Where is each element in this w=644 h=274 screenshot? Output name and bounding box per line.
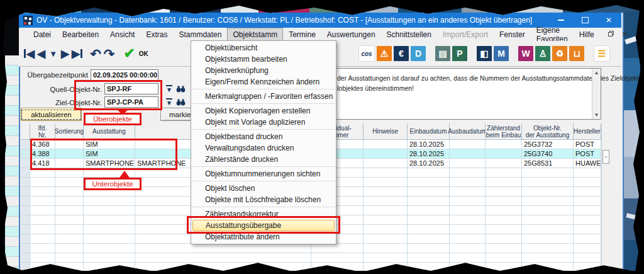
parking-transfer-icon[interactable]: P	[452, 46, 467, 61]
euro-cost-icon[interactable]: €	[394, 46, 409, 61]
table-cell	[55, 263, 84, 270]
mdi-restore-button[interactable]	[608, 30, 614, 39]
table-cell	[450, 234, 486, 244]
column-header-lfd[interactable]: lfd. Nr.	[30, 123, 55, 140]
table-cell	[55, 225, 84, 234]
table-cell	[55, 197, 84, 206]
minimize-button[interactable]	[557, 16, 565, 24]
menubar-item-objektstamm[interactable]: Objektstamm	[227, 28, 283, 41]
previous-record-button[interactable]: ◀	[37, 49, 45, 59]
popup-item-objektumnummerierungen-sichten[interactable]: Objektumnummerierungen sichten	[191, 168, 336, 180]
desktop-pattern-top	[5, 4, 639, 13]
warning-icon[interactable]: ⚠	[377, 46, 392, 61]
uebergabezeitpunkt-field[interactable]: 02.09.2025 00:00:00	[91, 69, 158, 81]
table-cell	[522, 197, 574, 206]
table-cell	[311, 253, 364, 263]
menubar-item-stammdaten[interactable]: Stammdaten	[173, 28, 227, 41]
table-cell	[21, 178, 30, 187]
menubar-item-eigene-favoriten[interactable]: Eigene Favoriten	[531, 28, 574, 41]
popup-item-objektverknüpfung[interactable]: Objektverknüpfung	[191, 65, 336, 76]
aktualisieren-button[interactable]: aktualisieren	[21, 108, 82, 121]
popup-item-objektübersicht[interactable]: Objektübersicht	[191, 42, 336, 54]
close-button[interactable]: ✕	[605, 16, 613, 24]
menubar-item-hilfe[interactable]: Hilfe	[574, 28, 600, 41]
table-row[interactable]	[21, 253, 601, 263]
table-cell	[408, 225, 450, 234]
cos-logo-icon[interactable]: cos	[358, 45, 375, 62]
maximize-button[interactable]	[581, 16, 589, 24]
menubar-item-fenster[interactable]: Fenster	[494, 28, 531, 41]
quell-dropdown-button[interactable]: ▼	[164, 84, 174, 94]
popup-item-zählerstände-drucken[interactable]: Zählerstände drucken	[191, 154, 336, 165]
popup-item-verwaltungsdaten-drucken[interactable]: Verwaltungsdaten drucken	[191, 142, 336, 154]
record-list-button[interactable]: ▼	[49, 50, 57, 58]
table-cell	[522, 168, 574, 178]
menubar-item-schnittstellen[interactable]: Schnittstellen	[381, 28, 437, 41]
menubar-item-extras[interactable]: Extras	[140, 28, 173, 41]
table-cell	[55, 253, 84, 263]
table-cell	[364, 263, 408, 270]
workshop-wrench-icon[interactable]: W	[518, 46, 533, 61]
ziel-search-binoculars-icon[interactable]	[175, 97, 186, 107]
table-cell	[84, 225, 135, 234]
popup-item-objekt-mit-vorlage-duplizieren[interactable]: Objekt mit Vorlage duplizieren	[191, 117, 336, 128]
column-header-hersteller[interactable]: Hersteller	[574, 123, 601, 140]
redo-icon[interactable]: ↷	[104, 47, 115, 60]
column-header-selector[interactable]	[21, 123, 30, 140]
table-cell: POST	[574, 140, 601, 149]
info-scrollbar[interactable]: ▲ ▼	[592, 69, 601, 119]
last-record-button[interactable]: ▶	[72, 49, 82, 59]
menubar-item-auswertungen[interactable]: Auswertungen	[321, 28, 381, 41]
menubar-item-termine[interactable]: Termine	[283, 28, 321, 41]
popup-item-objekt-kopiervorlagen-erstellen[interactable]: Objekt Kopiervorlagen erstellen	[191, 105, 336, 117]
menu-separator	[192, 129, 335, 130]
table-cell	[486, 225, 522, 234]
table-cell	[364, 234, 408, 244]
document-d-icon[interactable]: D	[411, 46, 426, 61]
menubar-item-bearbeiten[interactable]: Bearbeiten	[57, 28, 104, 41]
ziel-dropdown-button[interactable]: ▼	[164, 97, 174, 107]
popup-item-eigen-fremd-kennzeichen-ändern[interactable]: Eigen/Fremd Kennzeichen ändern	[191, 76, 336, 88]
popup-item-merkmalgruppen-favoriten-erfassen[interactable]: Merkmalgruppen / -Favoriten erfassen	[191, 91, 336, 102]
table-cell	[522, 215, 574, 225]
next-record-button[interactable]: ▶	[61, 49, 69, 59]
cart-icon[interactable]: ⊔	[569, 46, 584, 61]
table-row[interactable]	[21, 244, 601, 253]
menubar-item-datei[interactable]: Datei	[28, 28, 57, 41]
table-cell	[522, 234, 574, 244]
quell-search-binoculars-icon[interactable]	[175, 84, 186, 94]
menubar-item-ansicht[interactable]: Ansicht	[104, 28, 140, 41]
table-cell	[450, 140, 486, 149]
column-header-sortierung[interactable]: Sortierung	[55, 123, 84, 140]
table-cell	[450, 149, 486, 159]
column-header-objekt-nr[interactable]: Objekt-Nr. der Ausstattung	[522, 123, 574, 140]
column-header-einbaudatum[interactable]: Einbaudatum	[408, 123, 450, 140]
popup-item-objekt-löschen[interactable]: Objekt löschen	[191, 183, 336, 194]
table-cell	[55, 187, 84, 197]
table-cell	[21, 159, 30, 168]
table-scrollbar[interactable]: ≡	[601, 123, 610, 270]
column-header-zählerstand[interactable]: Zählerstand beim Einbau	[486, 123, 522, 140]
column-header-ausbaudatum[interactable]: Ausbaudatum	[450, 123, 486, 140]
first-record-button[interactable]: ◀	[24, 49, 35, 59]
card-icon[interactable]: ▤	[435, 46, 450, 61]
popup-item-objektstamm-bearbeiten[interactable]: Objektstamm bearbeiten	[191, 54, 336, 65]
scroll-down-icon[interactable]: ▼	[594, 111, 599, 119]
worker-icon[interactable]: ♙	[535, 46, 550, 61]
mdi-close-button[interactable]: ✕	[622, 30, 628, 38]
recycle-icon[interactable]: ♻	[552, 46, 567, 61]
popup-item-objektbestand-drucken[interactable]: Objektbestand drucken	[191, 131, 336, 142]
equipment-icon[interactable]: ◧	[477, 46, 492, 61]
column-header-hinweise[interactable]: Hinweise	[364, 123, 408, 140]
menu-separator	[192, 181, 335, 181]
table-cell	[30, 225, 55, 234]
column-header-ausstattung[interactable]: Ausstattung	[84, 123, 135, 140]
undo-icon[interactable]: ↶	[90, 47, 101, 60]
ok-check-icon[interactable]: ✔	[123, 47, 135, 60]
table-row[interactable]	[21, 263, 601, 270]
scroll-up-icon[interactable]: ▲	[594, 69, 599, 77]
fuel-pump-icon[interactable]: M	[494, 46, 509, 61]
scrollbar-thumb[interactable]: ≡	[602, 150, 609, 164]
popup-item-objekte-mit-löschfreigabe-löschen[interactable]: Objekte mit Löschfreigabe löschen	[191, 194, 336, 205]
list-icon[interactable]: ☰	[594, 45, 610, 62]
